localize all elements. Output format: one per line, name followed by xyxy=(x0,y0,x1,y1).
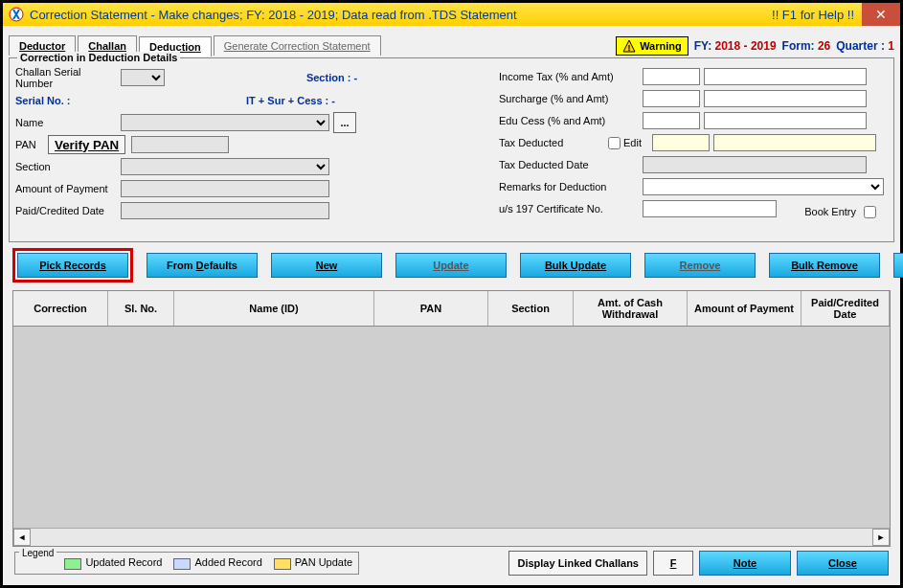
remove-button[interactable]: Remove xyxy=(644,253,756,278)
help-hint[interactable]: !! F1 for Help !! xyxy=(772,8,854,22)
challan-serial-select[interactable] xyxy=(121,69,165,86)
legend-updated: Updated Record xyxy=(64,556,162,569)
surcharge-pct-input[interactable] xyxy=(643,90,700,107)
remarks-select[interactable] xyxy=(643,178,884,195)
col-amt-cash[interactable]: Amt. of Cash Withdrawal xyxy=(574,291,688,326)
col-section[interactable]: Section xyxy=(488,291,574,326)
pick-records-highlight: Pick Records xyxy=(12,248,133,283)
us197-input[interactable] xyxy=(643,200,777,217)
educess-pct-input[interactable] xyxy=(643,112,700,129)
f-button[interactable]: F xyxy=(653,551,693,576)
label-remarks: Remarks for Deduction xyxy=(499,181,643,192)
deduction-details-group: Correction in Deduction Details Challan … xyxy=(9,57,894,242)
label-us197: u/s 197 Certificate No. xyxy=(499,203,643,215)
label-edu-cess: Edu Cess (% and Amt) xyxy=(499,115,643,126)
label-paid-date: Paid/Credited Date xyxy=(15,205,121,216)
legend-box: Legend Updated Record Added Record PAN U… xyxy=(14,552,359,574)
col-paid-date[interactable]: Paid/Credited Date xyxy=(801,291,890,326)
svg-text:!: ! xyxy=(628,43,631,53)
label-challan-serial: Challan Serial Number xyxy=(15,66,121,89)
close-button[interactable]: Close xyxy=(797,551,889,576)
name-browse-button[interactable]: ... xyxy=(333,112,356,133)
col-correction[interactable]: Correction xyxy=(13,291,108,326)
verify-pan-button[interactable]: Verify PAN xyxy=(48,135,125,154)
bulk-update-button[interactable]: Bulk Update xyxy=(520,253,631,278)
note-button[interactable]: Note xyxy=(699,551,791,576)
col-name-id[interactable]: Name (ID) xyxy=(174,291,374,326)
tax-deducted-amt-input[interactable] xyxy=(713,134,876,151)
group-legend: Correction in Deduction Details xyxy=(17,52,180,63)
income-tax-amt-input[interactable] xyxy=(704,68,867,85)
col-slno[interactable]: Sl. No. xyxy=(108,291,174,326)
scroll-right-arrow[interactable]: ► xyxy=(872,529,890,546)
warning-icon: ! xyxy=(622,39,636,53)
horizontal-scrollbar[interactable]: ◄ ► xyxy=(13,528,890,546)
label-tax-deducted: Tax Deducted xyxy=(499,137,585,148)
app-icon xyxy=(9,7,24,22)
new-button[interactable]: New xyxy=(271,253,382,278)
title-bar: Correction Statement - Make changes; FY:… xyxy=(3,3,900,26)
surcharge-amt-input[interactable] xyxy=(704,90,867,107)
amount-payment-input[interactable] xyxy=(121,180,329,197)
warning-badge: ! Warning xyxy=(616,36,689,56)
credit-status-button[interactable]: Credit Status xyxy=(893,253,903,278)
tax-deducted-pct-input[interactable] xyxy=(652,134,710,151)
col-amt-pay[interactable]: Amount of Payment xyxy=(688,291,801,326)
label-edit: Edit xyxy=(623,137,652,148)
action-button-row: Pick Records From From DefaultsDefaults … xyxy=(9,242,894,286)
window-close-button[interactable]: ✕ xyxy=(862,3,900,26)
label-surcharge: Surcharge (% and Amt) xyxy=(499,93,643,104)
label-name: Name xyxy=(15,117,121,128)
bulk-remove-button[interactable]: Bulk Remove xyxy=(769,253,880,278)
educess-amt-input[interactable] xyxy=(704,112,867,129)
legend-pan-update: PAN Update xyxy=(274,556,352,569)
edit-checkbox[interactable] xyxy=(608,137,621,149)
section-select[interactable] xyxy=(121,158,329,175)
label-book-entry: Book Entry xyxy=(804,206,856,217)
pan-input[interactable] xyxy=(131,136,229,153)
book-entry-checkbox[interactable] xyxy=(864,206,876,218)
pick-records-button[interactable]: Pick Records xyxy=(17,253,128,278)
legend-title: Legend xyxy=(19,548,56,558)
income-tax-pct-input[interactable] xyxy=(643,68,700,85)
window-title: Correction Statement - Make changes; FY:… xyxy=(30,8,772,22)
from-defaults-button[interactable]: From From DefaultsDefaults xyxy=(147,253,258,278)
tab-generate-correction[interactable]: Generate Correction Statement xyxy=(214,35,381,56)
deduction-table: Correction Sl. No. Name (ID) PAN Section… xyxy=(12,290,891,547)
col-pan[interactable]: PAN xyxy=(374,291,488,326)
display-linked-challans-button[interactable]: Display Linked Challans xyxy=(508,551,647,576)
label-section: Section xyxy=(15,161,121,172)
paid-date-input[interactable] xyxy=(121,202,329,219)
label-income-tax: Income Tax (% and Amt) xyxy=(499,71,643,82)
update-button[interactable]: Update xyxy=(395,253,507,278)
name-select[interactable] xyxy=(121,114,329,131)
scroll-left-arrow[interactable]: ◄ xyxy=(13,529,31,546)
label-tax-deducted-date: Tax Deducted Date xyxy=(499,159,643,170)
label-amount-payment: Amount of Payment xyxy=(15,183,121,194)
label-pan: PAN xyxy=(15,139,48,150)
table-body[interactable] xyxy=(13,327,890,528)
legend-added: Added Record xyxy=(173,556,261,569)
tax-deducted-date-input[interactable] xyxy=(643,156,867,173)
